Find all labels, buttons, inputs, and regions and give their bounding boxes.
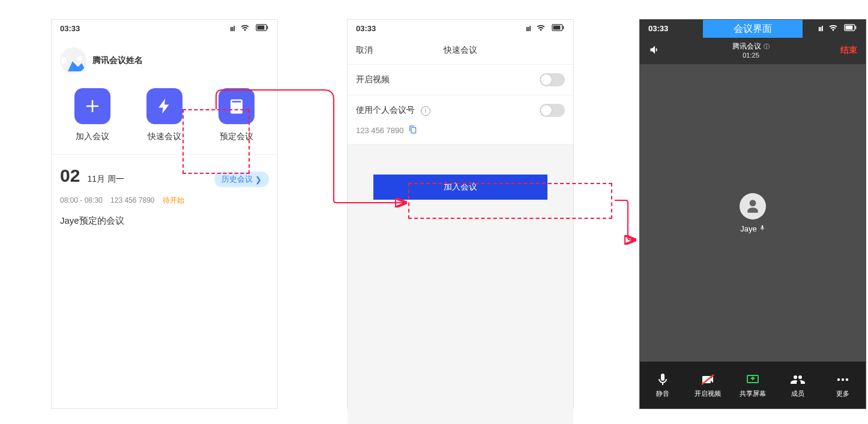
signal-icon: ııl [230,24,235,33]
interface-banner: 会议界面 [703,20,803,38]
svg-rect-6 [563,26,564,29]
scheduled-meeting-meta: 08:00 - 08:30 123 456 7890 待开始 [52,192,277,209]
row-open-video: 开启视频 [348,65,573,95]
screen-quickmeeting: 03:33 ııl 取消 快速会议 开启视频 使 [347,19,574,409]
status-bar: 03:33 ııl [348,20,573,37]
battery-icon [844,24,857,33]
foot-video-label: 开启视频 [695,389,721,398]
foot-more[interactable]: 更多 [821,362,866,408]
info-icon[interactable]: ⓘ [764,43,770,50]
meeting-footer: 静音 开启视频 共享屏幕 成员 更多 [640,362,866,408]
svg-point-3 [77,56,82,61]
participant-name: Jaye [740,224,765,233]
row-personal-label: 使用个人会议号 [356,105,415,115]
svg-point-14 [846,378,848,380]
history-pill[interactable]: 历史会议 ❯ [214,172,269,187]
meeting-number: 123 456 7890 [356,126,404,135]
toggle-video[interactable] [540,73,565,86]
mic-icon [759,224,765,233]
personal-id-value: 123 456 7890 [348,125,573,145]
row-personal-id: 使用个人会议号 i [348,95,573,125]
history-label: 历史会议 [222,174,253,185]
modal-header: 取消 [348,37,573,65]
status-bar: 03:33 ııl [52,20,277,37]
username: 腾讯会议姓名 [92,55,143,66]
status-time: 03:33 [648,24,668,33]
svg-rect-9 [855,26,857,29]
modal-body: 加入会议 [348,145,573,424]
participant-name-label: Jaye [740,224,756,233]
foot-mute-label: 静音 [656,389,669,398]
action-join[interactable]: 加入会议 [59,88,126,142]
wifi-icon [536,24,548,33]
foot-video[interactable]: 开启视频 [685,362,730,408]
meeting-status: 待开始 [163,196,184,205]
svg-rect-5 [553,25,561,29]
svg-rect-8 [846,25,853,29]
user-avatar[interactable] [60,47,86,74]
battery-icon [256,24,269,33]
status-icons: ııl [522,24,565,33]
meeting-title-block: 腾讯会议 ⓘ 01:25 [732,42,769,59]
foot-more-label: 更多 [836,389,849,398]
date-rest: 11月 周一 [87,174,124,185]
signal-icon: ııl [818,24,823,33]
meeting-title[interactable]: Jaye预定的会议 [52,209,277,233]
screen-home: 03:33 ııl 腾讯会议姓名 加入会议 [51,19,278,409]
clipboard-check-icon [219,88,255,124]
foot-mute[interactable]: 静音 [640,362,685,408]
action-join-label: 加入会议 [59,131,126,142]
info-icon[interactable]: i [421,106,430,116]
date-row: 02 11月 周一 历史会议 ❯ [52,155,277,192]
join-meeting-button[interactable]: 加入会议 [373,175,547,200]
action-schedule-label: 预定会议 [203,131,270,142]
plus-icon [74,88,110,124]
wifi-icon [240,24,252,33]
meeting-body: Jaye [640,64,866,362]
action-quick[interactable]: 快速会议 [131,88,198,142]
participant-avatar [740,193,766,219]
header: 腾讯会议姓名 [52,37,277,88]
speaker-icon[interactable] [648,44,662,58]
meeting-timer: 01:25 [732,51,769,59]
foot-share[interactable]: 共享屏幕 [730,362,775,408]
action-quick-label: 快速会议 [131,131,198,142]
screen-in-meeting: 会议界面 03:33 ııl 腾讯会议 ⓘ 0 [639,19,866,409]
svg-point-13 [842,378,844,380]
lightning-icon [146,88,182,124]
row-open-video-label: 开启视频 [356,74,390,85]
foot-members[interactable]: 成员 [776,362,821,408]
signal-icon: ııl [526,24,531,33]
battery-icon [552,24,565,33]
join-meeting-label: 加入会议 [444,182,477,193]
date-day: 02 [60,166,80,186]
foot-members-label: 成员 [791,389,804,398]
meeting-id: 123 456 7890 [110,196,154,205]
svg-rect-1 [258,25,265,29]
cancel-button[interactable]: 取消 [356,45,373,56]
meeting-time: 08:00 - 08:30 [60,196,103,205]
copy-icon[interactable] [409,125,417,136]
chevron-right-icon: ❯ [255,175,262,184]
status-icons: ııl [226,24,269,33]
meeting-name: 腾讯会议 [732,42,761,50]
meeting-header: 腾讯会议 ⓘ 01:25 结束 [640,37,866,64]
svg-rect-2 [267,26,268,29]
end-button[interactable]: 结束 [840,45,857,56]
toggle-personal-id[interactable] [540,104,565,117]
svg-point-12 [837,378,840,380]
status-time: 03:33 [356,24,376,33]
wifi-icon [828,24,840,33]
foot-share-label: 共享屏幕 [740,389,766,398]
status-time: 03:33 [60,24,80,33]
status-icons: ııl [815,24,857,33]
main-actions: 加入会议 快速会议 预定会议 [52,88,277,155]
action-schedule[interactable]: 预定会议 [203,88,270,142]
